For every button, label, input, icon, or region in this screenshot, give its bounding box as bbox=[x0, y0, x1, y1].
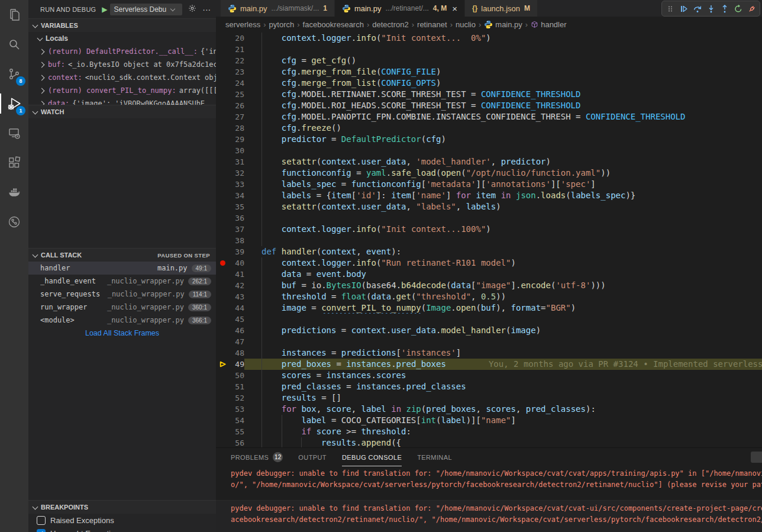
line-content[interactable]: instances = predictions['instances'] bbox=[244, 347, 762, 359]
line-content[interactable]: cfg.MODEL.RETINANET.SCORE_THRESH_TEST = … bbox=[244, 89, 762, 100]
line-content[interactable]: context.logger.info("Init context...100%… bbox=[244, 224, 762, 235]
continue-icon[interactable] bbox=[677, 2, 690, 15]
line-content[interactable]: results.append({ bbox=[244, 437, 762, 447]
breakpoint-checkbox[interactable]: ✓ bbox=[37, 529, 46, 532]
stack-frame-row[interactable]: <module>_nuclio_wrapper.py366:1 bbox=[28, 314, 216, 327]
breadcrumb-item[interactable]: detectron2 bbox=[372, 20, 408, 29]
line-content[interactable]: context.logger.info("Run retinanet-R101 … bbox=[244, 257, 762, 269]
code-line[interactable]: 31setattr(context.user_data, 'model_hand… bbox=[216, 156, 762, 167]
line-content[interactable]: cfg.merge_from_file(CONFIG_FILE) bbox=[244, 66, 762, 78]
line-content[interactable]: for box, score, label in zip(pred_boxes,… bbox=[244, 404, 762, 415]
gutter-glyph-margin[interactable] bbox=[216, 347, 229, 359]
code-editor[interactable]: 20context.logger.info("Init context... 0… bbox=[216, 33, 762, 447]
variables-header[interactable]: VARIABLES bbox=[28, 18, 216, 32]
code-line[interactable]: 50scores = instances.scores bbox=[216, 370, 762, 381]
code-line[interactable]: 30 bbox=[216, 145, 762, 156]
gutter-glyph-margin[interactable] bbox=[216, 325, 229, 336]
close-icon[interactable]: × bbox=[452, 4, 457, 13]
code-line[interactable]: 25cfg.MODEL.RETINANET.SCORE_THRESH_TEST … bbox=[216, 89, 762, 100]
tab-launch.json[interactable]: {}launch.jsonM bbox=[465, 0, 537, 17]
breadcrumb-item[interactable]: retinanet bbox=[417, 20, 447, 29]
code-line[interactable]: 27cfg.MODEL.PANOPTIC_FPN.COMBINE.INSTANC… bbox=[216, 111, 762, 122]
breadcrumb-item[interactable]: facebookresearch bbox=[303, 20, 364, 29]
stack-frame-row[interactable]: _handle_event_nuclio_wrapper.py262:1 bbox=[28, 275, 216, 288]
line-content[interactable]: predictions = context.user_data.model_ha… bbox=[244, 325, 762, 336]
line-content[interactable] bbox=[244, 314, 762, 325]
code-line[interactable]: 45 bbox=[216, 314, 762, 325]
code-line[interactable]: 42buf = io.BytesIO(base64.b64decode(data… bbox=[216, 280, 762, 291]
gutter-glyph-margin[interactable] bbox=[216, 291, 229, 302]
line-content[interactable]: cfg.freeze() bbox=[244, 122, 762, 134]
breakpoint-icon[interactable] bbox=[220, 260, 225, 266]
gutter-glyph-margin[interactable] bbox=[216, 359, 229, 370]
gutter-glyph-margin[interactable] bbox=[216, 33, 229, 44]
tab-main.py[interactable]: main.py.../siammask/...1 bbox=[221, 0, 334, 17]
line-content[interactable]: if score >= threshold: bbox=[244, 426, 762, 437]
gutter-glyph-margin[interactable] bbox=[216, 269, 229, 280]
gutter-glyph-margin[interactable] bbox=[216, 415, 229, 426]
gutter-glyph-margin[interactable] bbox=[216, 100, 229, 111]
code-line[interactable]: 32functionconfig = yaml.safe_load(open("… bbox=[216, 167, 762, 179]
breadcrumb-item[interactable]: nuclio bbox=[456, 20, 476, 29]
code-line[interactable]: 46predictions = context.user_data.model_… bbox=[216, 325, 762, 336]
breakpoint-row[interactable]: Raised Exceptions bbox=[28, 514, 216, 527]
gutter-glyph-margin[interactable] bbox=[216, 167, 229, 179]
breadcrumb-item[interactable]: handler bbox=[531, 20, 566, 29]
code-line[interactable]: 54label = COCO_CATEGORIES[int(label)]["n… bbox=[216, 415, 762, 426]
gutter-glyph-margin[interactable] bbox=[216, 280, 229, 291]
code-line[interactable]: 47 bbox=[216, 336, 762, 347]
gutter-glyph-margin[interactable] bbox=[216, 111, 229, 122]
breadcrumb-item[interactable]: serverless bbox=[225, 20, 260, 29]
code-line[interactable]: 51pred_classes = instances.pred_classes bbox=[216, 381, 762, 392]
gutter-glyph-margin[interactable] bbox=[216, 392, 229, 404]
search-icon[interactable] bbox=[0, 30, 28, 59]
variable-row[interactable]: (return) convert_PIL_to_numpy:array([[[ … bbox=[28, 84, 216, 97]
tab-main.py[interactable]: main.py.../retinanet/...4, M× bbox=[335, 0, 464, 17]
code-line[interactable]: 28cfg.freeze() bbox=[216, 122, 762, 134]
scope-locals[interactable]: Locals bbox=[28, 32, 216, 45]
restart-icon[interactable] bbox=[731, 2, 745, 15]
code-line[interactable]: 53for box, score, label in zip(pred_boxe… bbox=[216, 404, 762, 415]
gutter-glyph-margin[interactable] bbox=[216, 66, 229, 78]
code-line[interactable]: 22cfg = get_cfg() bbox=[216, 55, 762, 66]
line-content[interactable]: predictor = DefaultPredictor(cfg) bbox=[244, 134, 762, 145]
gutter-glyph-margin[interactable] bbox=[216, 235, 229, 246]
line-content[interactable] bbox=[244, 212, 762, 224]
gutter-glyph-margin[interactable] bbox=[216, 426, 229, 437]
line-content[interactable]: data = event.body bbox=[244, 269, 762, 280]
code-line[interactable]: 26cfg.MODEL.ROI_HEADS.SCORE_THRESH_TEST … bbox=[216, 100, 762, 111]
line-content[interactable]: setattr(context.user_data, 'model_handle… bbox=[244, 156, 762, 167]
stack-frame-row[interactable]: run_wrapper_nuclio_wrapper.py360:1 bbox=[28, 301, 216, 314]
code-line[interactable]: 35setattr(context.user_data, "labels", l… bbox=[216, 201, 762, 212]
line-content[interactable]: scores = instances.scores bbox=[244, 370, 762, 381]
line-content[interactable]: labels_spec = functionconfig['metadata']… bbox=[244, 179, 762, 190]
more-actions-icon[interactable]: ··· bbox=[202, 5, 211, 14]
gutter-glyph-margin[interactable] bbox=[216, 55, 229, 66]
line-content[interactable] bbox=[244, 336, 762, 347]
line-content[interactable] bbox=[244, 44, 762, 55]
line-content[interactable]: cfg.merge_from_list(CONFIG_OPTS) bbox=[244, 78, 762, 89]
line-content[interactable]: context.logger.info("Init context... 0%"… bbox=[244, 33, 762, 44]
panel-tab-debug-console[interactable]: DEBUG CONSOLE bbox=[342, 448, 402, 466]
code-line[interactable]: 56results.append({ bbox=[216, 437, 762, 447]
gear-icon[interactable] bbox=[188, 4, 196, 14]
step-out-icon[interactable] bbox=[718, 2, 731, 15]
code-line[interactable]: 34labels = {item['id']: item['name'] for… bbox=[216, 190, 762, 201]
stack-frame-row[interactable]: handlermain.py49:1 bbox=[28, 262, 216, 275]
gutter-glyph-margin[interactable] bbox=[216, 201, 229, 212]
code-line[interactable]: 44image = convert_PIL_to_numpy(Image.ope… bbox=[216, 302, 762, 314]
gutter-glyph-margin[interactable] bbox=[216, 156, 229, 167]
gutter-glyph-margin[interactable] bbox=[216, 302, 229, 314]
extensions-icon[interactable] bbox=[0, 148, 28, 178]
line-content[interactable]: cfg.MODEL.ROI_HEADS.SCORE_THRESH_TEST = … bbox=[244, 100, 762, 111]
breakpoints-header[interactable]: BREAKPOINTS bbox=[28, 500, 216, 514]
code-line[interactable]: 37context.logger.info("Init context...10… bbox=[216, 224, 762, 235]
code-line[interactable]: 33labels_spec = functionconfig['metadata… bbox=[216, 179, 762, 190]
gutter-glyph-margin[interactable] bbox=[216, 78, 229, 89]
code-line[interactable]: 24cfg.merge_from_list(CONFIG_OPTS) bbox=[216, 78, 762, 89]
line-content[interactable] bbox=[244, 235, 762, 246]
gutter-glyph-margin[interactable] bbox=[216, 122, 229, 134]
line-content[interactable]: setattr(context.user_data, "labels", lab… bbox=[244, 201, 762, 212]
code-line[interactable]: 23cfg.merge_from_file(CONFIG_FILE) bbox=[216, 66, 762, 78]
line-content[interactable]: buf = io.BytesIO(base64.b64decode(data["… bbox=[244, 280, 762, 291]
